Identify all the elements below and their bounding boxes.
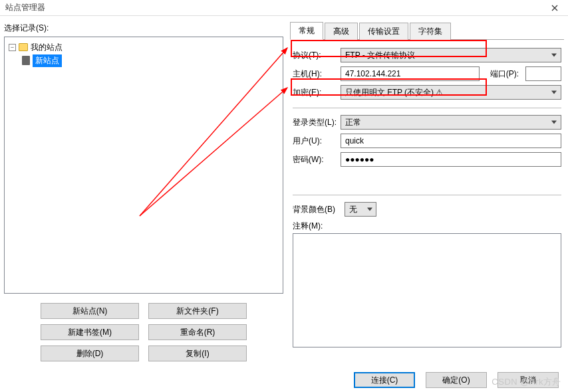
protocol-select[interactable]: FTP - 文件传输协议 xyxy=(341,48,561,62)
encryption-value: 只使用明文 FTP (不安全) ⚠ xyxy=(345,87,443,98)
password-input[interactable]: ●●●●●● xyxy=(341,152,561,167)
bgcolor-label: 背景颜色(B) xyxy=(293,204,345,215)
server-icon xyxy=(22,56,30,65)
bgcolor-value: 无 xyxy=(349,204,357,215)
port-label: 端口(P): xyxy=(490,68,519,80)
cancel-button[interactable]: 取消 xyxy=(497,372,559,388)
user-input[interactable]: quick xyxy=(341,134,561,148)
comment-label: 注释(M): xyxy=(293,221,561,232)
comment-textarea[interactable] xyxy=(293,233,561,347)
host-label: 主机(H): xyxy=(293,68,341,80)
bgcolor-select[interactable]: 无 xyxy=(345,202,376,217)
tab-bar: 常规 高级 传输设置 字符集 xyxy=(290,23,564,40)
tree-site-node[interactable]: 新站点 xyxy=(9,54,279,66)
encryption-label: 加密(E): xyxy=(293,87,341,98)
port-input[interactable] xyxy=(525,66,561,81)
logon-type-value: 正常 xyxy=(345,117,361,128)
password-value: ●●●●●● xyxy=(345,155,374,164)
rename-button[interactable]: 重命名(R) xyxy=(148,324,247,340)
close-icon xyxy=(551,5,558,11)
select-record-label: 选择记录(S): xyxy=(4,23,283,34)
close-button[interactable] xyxy=(541,0,568,16)
user-label: 用户(U): xyxy=(293,136,341,147)
folder-icon xyxy=(19,43,28,51)
protocol-label: 协议(T): xyxy=(293,50,341,61)
tree-root-label: 我的站点 xyxy=(31,42,63,53)
tab-general[interactable]: 常规 xyxy=(290,22,323,40)
delete-button[interactable]: 删除(D) xyxy=(41,345,139,361)
copy-button[interactable]: 复制(I) xyxy=(148,345,247,361)
tab-advanced[interactable]: 高级 xyxy=(325,23,358,40)
host-value: 47.102.144.221 xyxy=(345,69,400,78)
protocol-value: FTP - 文件传输协议 xyxy=(345,50,415,61)
ok-button[interactable]: 确定(O) xyxy=(426,372,487,388)
divider xyxy=(293,108,561,108)
site-tree[interactable]: − 我的站点 新站点 xyxy=(4,37,283,294)
tab-transfer[interactable]: 传输设置 xyxy=(359,23,408,40)
new-folder-button[interactable]: 新文件夹(F) xyxy=(148,303,247,319)
tree-root-node[interactable]: − 我的站点 xyxy=(9,41,279,53)
logon-type-label: 登录类型(L): xyxy=(293,117,341,128)
password-label: 密码(W): xyxy=(293,154,341,165)
footer-buttons: 连接(C) 确定(O) 取消 xyxy=(354,372,559,388)
collapse-icon[interactable]: − xyxy=(9,44,16,51)
titlebar: 站点管理器 xyxy=(0,0,568,16)
connect-button[interactable]: 连接(C) xyxy=(354,372,415,388)
host-input[interactable]: 47.102.144.221 xyxy=(341,66,480,81)
tree-site-label: 新站点 xyxy=(33,54,62,67)
logon-type-select[interactable]: 正常 xyxy=(341,115,561,130)
divider-2 xyxy=(293,195,561,195)
new-site-button[interactable]: 新站点(N) xyxy=(41,303,139,319)
window-title: 站点管理器 xyxy=(5,2,45,13)
user-value: quick xyxy=(345,136,364,146)
tab-charset[interactable]: 字符集 xyxy=(410,23,451,40)
encryption-select[interactable]: 只使用明文 FTP (不安全) ⚠ xyxy=(341,85,561,100)
new-bookmark-button[interactable]: 新建书签(M) xyxy=(41,324,139,340)
